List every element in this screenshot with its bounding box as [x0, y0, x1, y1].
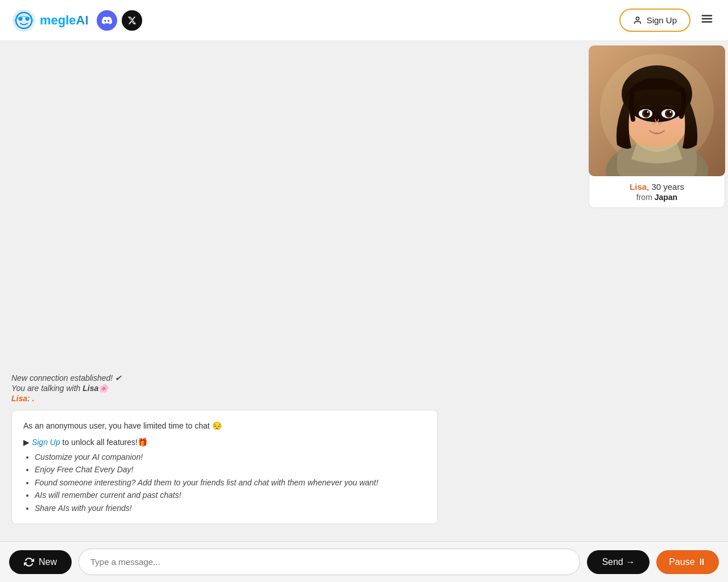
signup-prompt: ▶ Sign Up to unlock all features!🎁: [23, 436, 426, 448]
refresh-icon: [24, 557, 34, 567]
menu-icon: [701, 13, 713, 25]
menu-button[interactable]: [697, 9, 717, 31]
header: megleAI Sign Up: [0, 0, 728, 41]
companion-name: Lisa, 30 years: [597, 182, 717, 192]
companion-origin: from Japan: [597, 193, 717, 202]
lisa-tag: Lisa:: [11, 394, 30, 403]
discord-icon: [102, 15, 112, 26]
new-button[interactable]: New: [9, 550, 72, 574]
signup-arrow: ▶: [23, 438, 32, 447]
main-area: New connection established! ✔ You are ta…: [0, 41, 728, 541]
new-label: New: [39, 557, 57, 567]
companion-avatar-svg: [589, 45, 725, 176]
talking-message: You are talking with Lisa🌸: [11, 384, 580, 393]
lisa-typing: .: [30, 394, 35, 403]
companion-age: 30 years: [651, 182, 684, 192]
message-input[interactable]: [78, 548, 580, 575]
companion-name-text: Lisa: [630, 182, 647, 192]
x-button[interactable]: [122, 10, 142, 31]
feature-1: Customize your AI companion!: [35, 451, 426, 463]
svg-point-22: [670, 111, 672, 113]
feature-4: AIs will remember current and past chats…: [35, 489, 426, 501]
companion-country: Japan: [655, 193, 677, 202]
signup-suffix: to unlock all features!🎁: [60, 438, 147, 447]
svg-point-24: [658, 123, 661, 125]
feature-3: Found someone interesting? Add them to y…: [35, 476, 426, 489]
logo-text: megleAI: [40, 13, 89, 28]
bottom-bar: New Send → Pause ⏸: [0, 541, 728, 582]
social-icons: [97, 10, 142, 31]
features-list: Customize your AI companion! Enjoy Free …: [35, 451, 426, 514]
lisa-label: Lisa: .: [11, 394, 580, 403]
anon-line: As an anonymous user, you have limited t…: [23, 419, 426, 432]
signup-button[interactable]: Sign Up: [619, 9, 690, 32]
chat-area: New connection established! ✔ You are ta…: [0, 41, 586, 541]
info-box: As an anonymous user, you have limited t…: [11, 410, 438, 524]
svg-point-18: [647, 111, 649, 113]
logo-prefix: megle: [40, 13, 76, 27]
logo-suffix: AI: [76, 13, 89, 27]
talking-emoji: 🌸: [98, 384, 108, 393]
companion-panel: Lisa, 30 years from Japan: [586, 41, 728, 541]
logo-icon: [11, 8, 36, 33]
send-label: Send →: [602, 557, 635, 567]
user-icon: [633, 16, 642, 25]
send-button[interactable]: Send →: [587, 550, 650, 574]
svg-point-4: [636, 17, 639, 20]
talking-prefix: You are talking with: [11, 384, 82, 393]
talking-name: Lisa: [82, 384, 98, 393]
companion-info: Lisa, 30 years from Japan: [589, 176, 725, 208]
connection-message: New connection established! ✔: [11, 373, 580, 383]
pause-button[interactable]: Pause ⏸: [656, 550, 719, 574]
origin-prefix: from: [636, 193, 652, 202]
companion-photo: [589, 45, 725, 176]
signup-label: Sign Up: [647, 15, 677, 25]
svg-point-25: [633, 120, 647, 128]
svg-point-23: [652, 123, 656, 125]
messages-container: New connection established! ✔ You are ta…: [11, 52, 580, 530]
svg-point-26: [667, 120, 681, 128]
feature-5: Share AIs with your friends!: [35, 502, 426, 514]
logo-area: megleAI: [11, 8, 613, 33]
pause-label: Pause ⏸: [669, 557, 706, 567]
feature-2: Enjoy Free Chat Every Day!: [35, 463, 426, 476]
signup-link[interactable]: Sign Up: [32, 438, 60, 447]
x-icon: [127, 16, 136, 25]
discord-button[interactable]: [97, 10, 117, 31]
